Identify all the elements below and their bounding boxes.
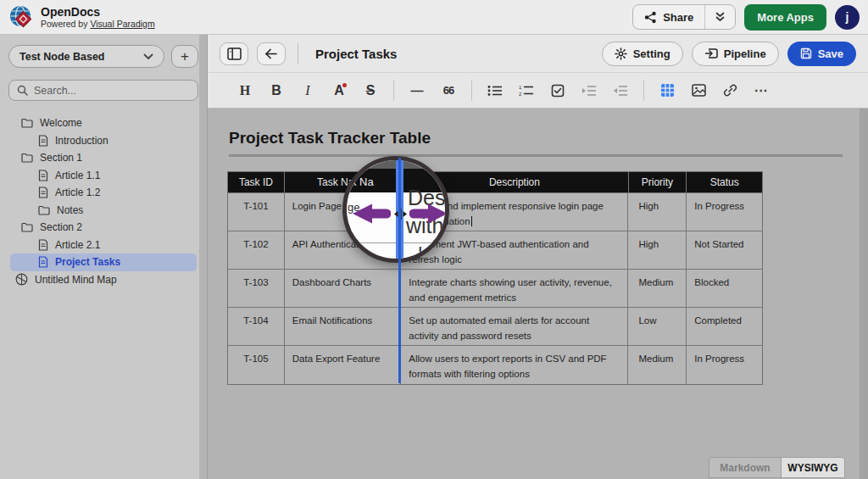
cell-task-name[interactable]: Data Export Feature: [285, 346, 402, 384]
search-box[interactable]: [8, 80, 198, 101]
share-expand-button[interactable]: [704, 5, 735, 29]
task-list-button[interactable]: [548, 81, 568, 101]
cell-task-id[interactable]: T-104: [228, 308, 285, 345]
italic-button[interactable]: I: [298, 81, 318, 101]
tree-item-label: Introduction: [55, 135, 108, 147]
heading-button[interactable]: H: [235, 81, 255, 101]
cell-task-id[interactable]: T-105: [228, 346, 285, 384]
horizontal-rule-button[interactable]: —: [407, 81, 427, 101]
setting-button[interactable]: Setting: [602, 42, 683, 66]
checkbox-icon: [551, 84, 565, 97]
bullet-list-button[interactable]: [485, 81, 505, 101]
cell-description[interactable]: Allow users to export reports in CSV and…: [401, 346, 628, 384]
app-body: Test Node Based + Welcome: [0, 35, 868, 479]
table-row: T-103 Dashboard Charts Integrate charts …: [228, 270, 762, 308]
doc-header: Project Tasks Setting: [208, 35, 868, 73]
table-header-row: Task ID Task Name Description Priority S…: [228, 172, 762, 193]
tree-item-untitled-mind-map[interactable]: Untitled Mind Map: [10, 271, 197, 289]
cell-status[interactable]: In Progress: [687, 346, 762, 384]
bold-button[interactable]: B: [266, 81, 287, 101]
back-button[interactable]: [257, 42, 286, 65]
cell-priority[interactable]: High: [628, 231, 687, 269]
powered-by: Powered by Visual Paradigm: [41, 19, 155, 29]
more-apps-button[interactable]: More Apps: [744, 4, 826, 31]
cell-priority[interactable]: Medium: [628, 346, 687, 384]
tree-item-notes[interactable]: Notes: [10, 202, 197, 220]
col-header-priority[interactable]: Priority: [629, 172, 687, 192]
cell-priority[interactable]: Medium: [628, 270, 687, 307]
font-color-button[interactable]: A: [329, 81, 349, 101]
tree-item-article-2-1[interactable]: Article 2.1: [10, 237, 197, 254]
cell-task-id[interactable]: T-101: [228, 193, 285, 231]
cell-status[interactable]: Not Started: [687, 231, 762, 269]
tree-item-section-1[interactable]: Section 1: [10, 149, 197, 167]
cell-task-name[interactable]: Email Notifications: [285, 308, 402, 345]
col-header-status[interactable]: Status: [687, 172, 762, 192]
cell-task-name[interactable]: Dashboard Charts: [285, 270, 402, 307]
node-type-dropdown[interactable]: Test Node Based: [8, 45, 164, 68]
mind-map-icon: [15, 273, 28, 286]
tree-item-project-tasks[interactable]: Project Tasks: [10, 253, 197, 271]
cell-task-id[interactable]: T-102: [228, 231, 285, 269]
save-button[interactable]: Save: [787, 42, 856, 66]
insert-image-button[interactable]: [688, 81, 709, 101]
blockquote-button[interactable]: 66: [438, 81, 459, 101]
cell-status[interactable]: In Progress: [687, 193, 762, 231]
share-button-group: Share: [632, 4, 736, 30]
tab-markdown[interactable]: Markdown: [709, 457, 781, 478]
image-icon: [692, 84, 706, 97]
node-type-value: Test Node Based: [19, 51, 105, 63]
toggle-sidebar-button[interactable]: [220, 42, 248, 65]
outdent-button[interactable]: [610, 81, 631, 101]
strikethrough-button[interactable]: S: [360, 81, 381, 101]
doc-header-left: Project Tasks: [220, 42, 397, 65]
powered-prefix: Powered by: [41, 19, 87, 29]
insert-link-button[interactable]: [720, 81, 740, 101]
save-label: Save: [818, 47, 843, 60]
numbered-list-button[interactable]: 1 2: [516, 81, 537, 101]
editor-canvas[interactable]: Project Task Tracker Table Task ID Task …: [208, 109, 868, 479]
user-avatar[interactable]: j: [835, 5, 860, 30]
cell-priority[interactable]: Low: [628, 308, 687, 345]
editor-toolbar: H B I A S — 66 1 2: [208, 73, 868, 109]
pipeline-label: Pipeline: [724, 47, 766, 60]
search-input[interactable]: [34, 85, 190, 97]
insert-table-button[interactable]: [657, 81, 677, 101]
gear-icon: [615, 47, 627, 60]
document-icon: [38, 256, 48, 268]
cell-status[interactable]: Completed: [687, 308, 762, 345]
tree-item-article-1-2[interactable]: Article 1.2: [10, 184, 197, 202]
tree-item-welcome[interactable]: Welcome: [10, 114, 197, 132]
tree-item-article-1-1[interactable]: Article 1.1: [10, 167, 197, 185]
task-table: Task ID Task Name Description Priority S…: [227, 171, 763, 385]
add-node-button[interactable]: +: [171, 45, 198, 68]
column-resize-line[interactable]: [398, 158, 401, 383]
indent-button[interactable]: [579, 81, 599, 101]
folder-icon: [21, 222, 33, 232]
table-row: T-104 Email Notifications Set up automat…: [228, 308, 762, 346]
text-cursor: [471, 216, 473, 226]
table-icon: [660, 83, 675, 97]
table-row: T-102 API Authentication Implement JWT-b…: [228, 231, 762, 270]
tree-item-section-2[interactable]: Section 2: [10, 219, 197, 237]
cell-description[interactable]: Set up automated email alerts for accoun…: [401, 308, 628, 345]
red-dot: [342, 83, 347, 87]
col-header-task-id[interactable]: Task ID: [228, 172, 285, 192]
cell-priority[interactable]: High: [628, 193, 687, 231]
more-tools-button[interactable]: ⋯: [751, 81, 771, 101]
editor-mode-tabs: Markdown WYSIWYG: [709, 457, 845, 478]
table-row: T-101 Login Page Design and implement re…: [228, 193, 762, 231]
numbered-list-icon: 1 2: [519, 84, 534, 97]
visual-paradigm-link[interactable]: Visual Paradigm: [90, 19, 154, 29]
tree-item-introduction[interactable]: Introduction: [10, 132, 197, 150]
brand-text: OpenDocs Powered by Visual Paradigm: [41, 6, 155, 29]
folder-icon: [21, 118, 33, 128]
back-arrow-icon: [264, 48, 278, 59]
share-button[interactable]: Share: [633, 5, 704, 29]
cell-task-id[interactable]: T-103: [228, 270, 285, 307]
tab-wysiwyg[interactable]: WYSIWYG: [781, 457, 845, 478]
vertical-scrollbar[interactable]: [860, 109, 868, 479]
cell-status[interactable]: Blocked: [687, 270, 762, 307]
cell-description[interactable]: Integrate charts showing user activity, …: [401, 270, 628, 307]
pipeline-button[interactable]: Pipeline: [692, 42, 779, 66]
